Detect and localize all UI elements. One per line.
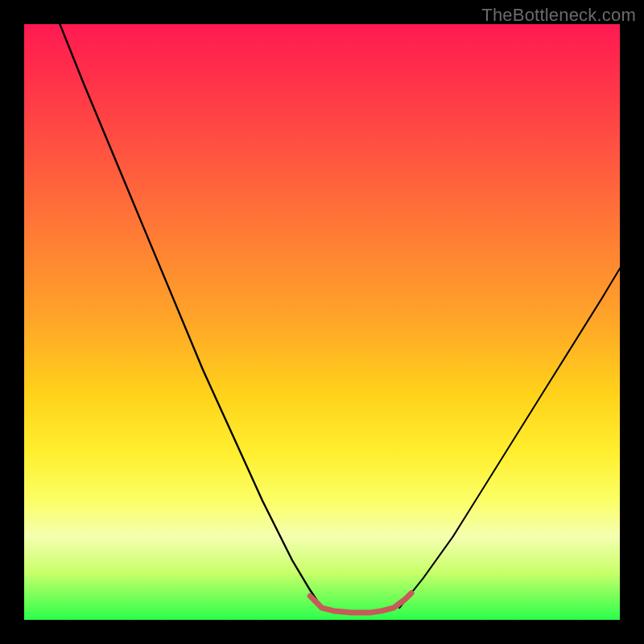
curve-overlay xyxy=(24,24,620,620)
valley-floor-curve xyxy=(310,593,411,613)
left-descending-curve xyxy=(60,24,322,608)
chart-frame: TheBottleneck.com xyxy=(0,0,644,644)
right-ascending-curve xyxy=(399,268,620,608)
plot-area xyxy=(24,24,620,620)
watermark-text: TheBottleneck.com xyxy=(481,5,636,26)
